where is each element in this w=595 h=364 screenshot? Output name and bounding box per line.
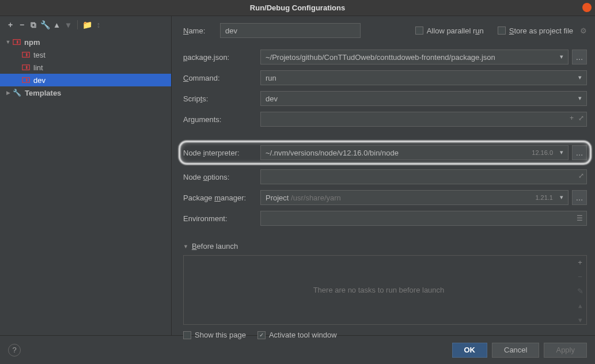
plus-icon[interactable]: + [570, 114, 574, 122]
package-manager-label: Package manager: [183, 194, 260, 202]
tree-node-templates[interactable]: ▶ 🔧 Templates [0, 86, 171, 99]
move-task-down-icon[interactable]: ▾ [578, 316, 582, 324]
package-browse-button[interactable]: … [572, 50, 587, 65]
package-manager-path: /usr/share/yarn [291, 194, 341, 202]
scripts-label: Scripts: [183, 94, 260, 103]
before-launch-panel: There are no tasks to run before launch … [183, 255, 587, 325]
scripts-value: dev [266, 94, 278, 103]
node-options-input[interactable]: ⤢ [260, 169, 587, 184]
store-project-checkbox[interactable] [498, 26, 506, 35]
allow-parallel-label: Allow parallel run [427, 26, 484, 35]
node-interpreter-highlight: Node interpreter: ~/.nvm/versions/node/v… [179, 141, 592, 165]
node-options-label: Node options: [183, 173, 260, 181]
close-icon[interactable] [582, 3, 592, 12]
package-manager-select[interactable]: Project /usr/share/yarn 1.21.1 [260, 190, 569, 205]
main-panel: Name: dev Allow parallel run Store as pr… [172, 16, 595, 335]
copy-icon[interactable]: ⧉ [29, 20, 38, 29]
show-page-label: Show this page [195, 331, 246, 339]
node-interpreter-value: ~/.nvm/versions/node/v12.16.0/bin/node [266, 149, 399, 157]
store-project-label: Store as project file [509, 26, 573, 35]
list-icon[interactable]: ☰ [577, 214, 583, 222]
tree-node-label: npm [24, 38, 40, 47]
node-interpreter-version: 12.16.0 [532, 149, 563, 156]
window-title: Run/Debug Configurations [250, 3, 345, 12]
command-label: Command: [183, 74, 260, 82]
tree-leaf-label: test [33, 51, 46, 59]
chevron-down-icon: ▼ [183, 244, 188, 249]
node-interpreter-select[interactable]: ~/.nvm/versions/node/v12.16.0/bin/node 1… [260, 145, 569, 160]
config-tree: ▼ npm test lint [0, 33, 171, 335]
gear-icon[interactable]: ⚙ [580, 26, 587, 35]
tree-leaf-lint[interactable]: lint [0, 61, 171, 74]
remove-icon[interactable]: − [17, 20, 26, 29]
remove-task-icon[interactable]: − [578, 272, 582, 281]
svg-rect-5 [26, 66, 28, 69]
cancel-button[interactable]: Cancel [492, 343, 539, 358]
show-page-checkbox[interactable] [183, 331, 191, 339]
separator [77, 20, 78, 29]
name-value: dev [225, 26, 237, 35]
chevron-right-icon: ▶ [5, 89, 12, 96]
arguments-input[interactable]: + ⤢ [260, 112, 587, 127]
move-task-up-icon[interactable]: ▴ [578, 301, 582, 310]
svg-rect-7 [26, 78, 28, 81]
collapse-icon[interactable]: ↕ [94, 20, 103, 29]
tree-node-npm[interactable]: ▼ npm [0, 36, 171, 48]
help-icon[interactable]: ? [8, 344, 21, 357]
folder-icon[interactable]: 📁 [82, 20, 92, 29]
before-launch-empty: There are no tasks to run before launch [184, 256, 574, 324]
chevron-down-icon: ▼ [5, 39, 12, 46]
sidebar-toolbar: + − ⧉ 🔧 ▴ ▾ 📁 ↕ [0, 16, 171, 33]
command-select[interactable]: run [260, 70, 587, 85]
allow-parallel-checkbox[interactable] [415, 26, 423, 35]
ok-button[interactable]: OK [452, 343, 488, 358]
wrench-icon: 🔧 [13, 89, 21, 97]
name-input[interactable]: dev [220, 23, 361, 38]
expand-icon[interactable]: ⤢ [578, 172, 584, 180]
apply-button[interactable]: Apply [544, 343, 587, 358]
move-up-icon[interactable]: ▴ [52, 20, 61, 29]
add-icon[interactable]: + [6, 20, 15, 29]
npm-icon [22, 51, 30, 59]
before-launch-toolbar: + − ✎ ▴ ▾ [574, 256, 586, 324]
activate-tool-checkbox[interactable] [257, 331, 266, 339]
tree-leaf-dev[interactable]: dev [0, 74, 171, 86]
svg-rect-3 [26, 53, 28, 56]
name-label: Name: [183, 26, 220, 35]
scripts-select[interactable]: dev [260, 91, 587, 106]
expand-icon[interactable]: ⤢ [578, 114, 584, 122]
sidebar: + − ⧉ 🔧 ▴ ▾ 📁 ↕ ▼ npm test [0, 16, 172, 335]
package-label: package.json: [183, 53, 260, 62]
environment-label: Environment: [183, 214, 260, 223]
before-launch-header[interactable]: ▼ Before launch [183, 242, 587, 251]
command-value: run [266, 74, 276, 82]
before-launch-label: Before launch [192, 242, 238, 251]
npm-icon [22, 76, 30, 84]
package-manager-version: 1.21.1 [535, 194, 563, 201]
edit-task-icon[interactable]: ✎ [577, 287, 583, 295]
titlebar: Run/Debug Configurations [0, 0, 595, 16]
dialog-footer: ? OK Cancel Apply [0, 335, 595, 364]
package-select[interactable]: ~/Projetos/github/ConTTudOweb/conttudowe… [260, 50, 569, 65]
environment-input[interactable]: ☰ [260, 211, 587, 226]
npm-icon [13, 38, 21, 46]
tree-leaf-label: lint [33, 63, 43, 72]
arguments-label: Arguments: [183, 115, 260, 124]
package-manager-browse-button[interactable]: … [572, 190, 587, 205]
svg-rect-1 [17, 40, 18, 43]
activate-tool-label: Activate tool window [269, 331, 337, 339]
npm-icon [22, 63, 30, 71]
package-value: ~/Projetos/github/ConTTudOweb/conttudowe… [266, 53, 495, 62]
wrench-icon[interactable]: 🔧 [40, 20, 50, 29]
move-down-icon[interactable]: ▾ [63, 20, 73, 29]
tree-leaf-label: dev [33, 76, 46, 85]
add-task-icon[interactable]: + [578, 258, 582, 267]
node-interpreter-label: Node interpreter: [183, 149, 260, 157]
tree-leaf-test[interactable]: test [0, 48, 171, 61]
node-interpreter-browse-button[interactable]: … [572, 145, 587, 160]
package-manager-prefix: Project [266, 194, 289, 202]
tree-node-label: Templates [25, 89, 61, 97]
